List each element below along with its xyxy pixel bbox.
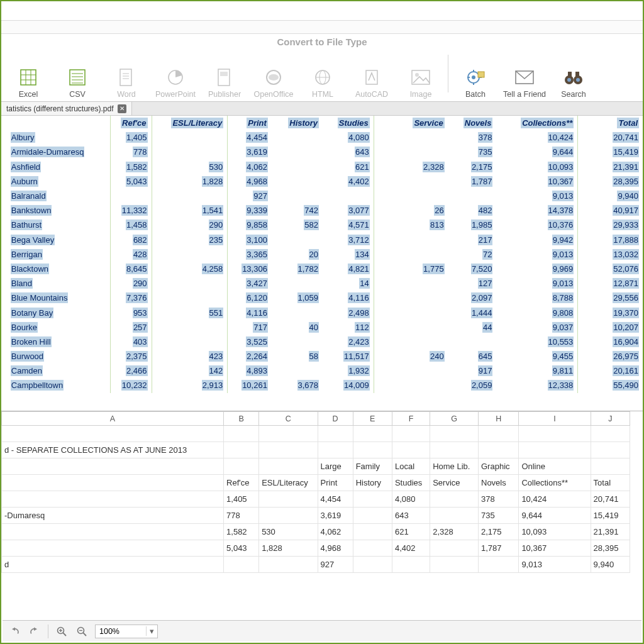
sheet-row[interactable]: 1,4054,4544,08037810,42420,741 (2, 491, 630, 508)
cell[interactable] (353, 557, 392, 573)
close-icon[interactable]: ✕ (118, 104, 126, 113)
cell[interactable]: Service (430, 475, 479, 491)
cell[interactable]: 378 (479, 491, 519, 508)
pdf-row[interactable]: Berrigan4283,36520134729,01313,032 (1, 247, 643, 262)
cell[interactable] (353, 524, 392, 540)
cell[interactable]: 4,968 (318, 540, 353, 557)
cell[interactable]: 643 (392, 508, 430, 524)
cell[interactable] (224, 442, 259, 458)
cell[interactable]: 1,582 (224, 524, 259, 540)
cell[interactable]: -Dumaresq (2, 508, 224, 524)
cell[interactable] (591, 442, 630, 458)
cell[interactable]: Ref'ce (224, 475, 259, 491)
cell[interactable]: Novels (479, 475, 519, 491)
cell[interactable]: 28,395 (591, 540, 630, 557)
sheet-row[interactable] (2, 426, 630, 442)
pdf-row[interactable]: Balranald9279,0139,940 (1, 189, 643, 203)
cell[interactable] (430, 508, 479, 524)
redo-icon[interactable] (28, 625, 42, 638)
pdf-row[interactable]: Blacktown8,6454,25813,3061,7824,8211,775… (1, 262, 643, 276)
cell[interactable] (353, 491, 392, 508)
cell[interactable]: History (353, 475, 392, 491)
pdf-row[interactable]: Broken Hill4033,5252,42310,55316,904 (1, 335, 643, 349)
cell[interactable] (430, 426, 479, 442)
cell[interactable]: 15,419 (591, 508, 630, 524)
cell[interactable]: Studies (392, 475, 430, 491)
pdf-row[interactable]: Bathurst1,4582909,8585824,5718131,98510,… (1, 218, 643, 232)
cell[interactable] (430, 491, 479, 508)
zoom-in-icon[interactable] (55, 625, 69, 638)
pdf-row[interactable]: Bankstown11,3321,5419,3397423,0772648214… (1, 203, 643, 218)
cell[interactable] (353, 540, 392, 557)
sheet-row[interactable]: Ref'ceESL/LiteracyPrintHistoryStudiesSer… (2, 475, 630, 491)
cell[interactable]: Family (353, 458, 392, 475)
cell[interactable]: 9,644 (519, 508, 591, 524)
cell[interactable]: 4,402 (392, 540, 430, 557)
pdf-preview-panel[interactable]: Ref'ceESL/LiteracyPrintHistoryStudiesSer… (1, 116, 643, 411)
cell[interactable] (2, 475, 224, 491)
pdf-row[interactable]: Ashfield1,5825304,0626212,3282,17510,093… (1, 160, 643, 174)
pdf-row[interactable]: Botany Bay9535514,1162,4981,4449,80819,3… (1, 305, 643, 319)
cell[interactable] (2, 491, 224, 508)
col-header-D[interactable]: D (318, 412, 353, 426)
cell[interactable]: 1,405 (224, 491, 259, 508)
cell[interactable] (353, 442, 392, 458)
cell[interactable] (479, 442, 519, 458)
col-header-I[interactable]: I (519, 412, 591, 426)
pdf-row[interactable]: Camden2,4661424,8931,9329179,81120,161 (1, 364, 643, 378)
sheet-row[interactable]: 1,5825304,0626212,3282,17510,09321,391 (2, 524, 630, 540)
cell[interactable] (2, 524, 224, 540)
cell[interactable] (479, 426, 519, 442)
spreadsheet-panel[interactable]: ABCDEFGHIJ d - SEPARATE COLLECTIONS AS A… (1, 411, 643, 600)
pdf-row[interactable]: Armidale-Dumaresq7783,6196437359,64415,4… (1, 145, 643, 159)
cell[interactable] (430, 442, 479, 458)
cell[interactable]: 2,328 (430, 524, 479, 540)
sheet-row[interactable]: d - SEPARATE COLLECTIONS AS AT JUNE 2013 (2, 442, 630, 458)
cell[interactable]: 735 (479, 508, 519, 524)
cell[interactable]: 5,043 (224, 540, 259, 557)
cell[interactable]: 2,175 (479, 524, 519, 540)
cell[interactable] (2, 426, 224, 442)
cell[interactable] (259, 491, 318, 508)
col-header-H[interactable]: H (479, 412, 519, 426)
cell[interactable]: 3,619 (318, 508, 353, 524)
cell[interactable] (353, 426, 392, 442)
undo-icon[interactable] (8, 625, 21, 638)
cell[interactable]: 10,424 (519, 491, 591, 508)
tell-button[interactable]: Tell a Friend (500, 67, 549, 99)
col-header-F[interactable]: F (392, 412, 430, 426)
cell[interactable]: Collections** (519, 475, 591, 491)
col-header-G[interactable]: G (430, 412, 479, 426)
zoom-input[interactable] (96, 625, 146, 638)
cell[interactable]: 9,013 (519, 557, 591, 573)
cell[interactable] (259, 426, 318, 442)
pdf-row[interactable]: Bourke25771740112449,03710,207 (1, 320, 643, 335)
zoom-combo[interactable]: ▾ (95, 625, 158, 638)
search-button[interactable]: Search (549, 67, 598, 99)
pdf-row[interactable]: Bega Valley6822353,1003,7122179,94217,88… (1, 233, 643, 247)
pdf-row[interactable]: Blue Mountains7,3766,1201,0594,1162,0978… (1, 291, 643, 305)
cell[interactable]: 621 (392, 524, 430, 540)
cell[interactable] (479, 557, 519, 573)
cell[interactable] (259, 557, 318, 573)
cell[interactable] (392, 557, 430, 573)
cell[interactable]: Large (318, 458, 353, 475)
cell[interactable] (519, 426, 591, 442)
batch-button[interactable]: Batch (451, 67, 500, 99)
sheet-row[interactable]: 5,0431,8284,9684,4021,78710,36728,395 (2, 540, 630, 557)
cell[interactable] (591, 426, 630, 442)
cell[interactable] (2, 458, 224, 475)
cell[interactable] (224, 458, 259, 475)
sheet-row[interactable]: LargeFamilyLocalHome Lib.GraphicOnline (2, 458, 630, 475)
cell[interactable]: 4,454 (318, 491, 353, 508)
cell[interactable]: Online (519, 458, 591, 475)
pdf-row[interactable]: Bland2903,427141279,01312,871 (1, 276, 643, 291)
zoom-out-icon[interactable] (75, 625, 89, 638)
cell[interactable] (430, 557, 479, 573)
pdf-row[interactable]: Auburn5,0431,8284,9684,4021,78710,36728,… (1, 174, 643, 189)
cell[interactable] (318, 442, 353, 458)
excel-button[interactable]: Excel (4, 67, 53, 99)
cell[interactable]: Total (591, 475, 630, 491)
cell[interactable] (259, 458, 318, 475)
col-header-A[interactable]: A (2, 412, 224, 426)
